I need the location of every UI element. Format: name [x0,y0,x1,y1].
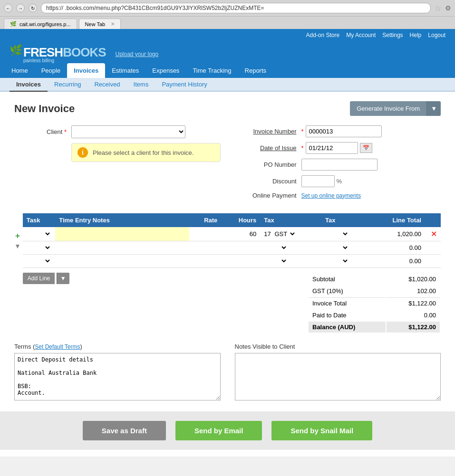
main-nav: Home People Invoices Estimates Expenses … [0,63,455,78]
generate-invoice-dropdown[interactable]: ▼ [426,101,441,116]
line-total-0: 1,020.00 [369,227,425,241]
upload-logo-link[interactable]: Upload your logo [115,51,158,57]
subnav-payment-history[interactable]: Payment History [155,78,213,91]
tab-close-1[interactable]: ✕ [111,21,115,27]
table-left-controls: + ▼ [14,213,23,333]
delete-row-0[interactable]: ✕ [431,229,437,238]
address-bar[interactable]: https:// .books.com/menu.php?CB431CBcm91… [41,3,431,13]
header: 🌿 FRESHBOOKS painless billing Upload you… [0,41,455,63]
nav-expenses[interactable]: Expenses [145,63,186,78]
tax2-select-2[interactable] [325,257,349,265]
content: New Invoice Generate Invoice From ▼ Clie… [0,92,455,450]
terms-textarea[interactable]: Direct Deposit details National Australi… [14,353,221,400]
discount-label: Discount [235,178,301,185]
add-row-button[interactable]: + [14,231,21,241]
nav-logout[interactable]: Logout [428,32,445,38]
forward-button[interactable]: → [16,4,25,12]
send-by-snail-mail-button[interactable]: Send by Snail Mail [271,421,372,440]
nav-time-tracking[interactable]: Time Tracking [186,63,238,78]
back-button[interactable]: ← [4,4,12,12]
invoice-total-label: Invoice Total [309,297,386,309]
col-hours: Hours [221,213,260,227]
table-outer: + ▼ Task Time Entry Notes Rate Hours Tax… [14,213,441,333]
refresh-button[interactable]: ↻ [29,4,37,12]
tax1-cell-0: 17 GST [260,227,321,241]
leaf-icon: 🌿 [10,45,22,56]
subnav-items[interactable]: Items [127,78,155,91]
tax2-cell-0 [321,227,369,241]
subnav-invoices[interactable]: Invoices [10,78,48,92]
tab-favicon-0: 🌿 [10,21,17,27]
form-left: Client * i Please select a client for th… [14,125,221,204]
bookmark-icon[interactable]: ☆ [435,4,441,13]
po-label: PO Number [235,161,301,168]
calendar-button[interactable]: 📅 [360,143,372,153]
balance-value: $1,122.00 [387,322,440,333]
task-cell-0 [23,227,55,241]
col-actions [425,213,441,227]
generate-invoice-button[interactable]: Generate Invoice From [350,101,426,116]
subnav-received[interactable]: Received [87,78,126,91]
tax2-select-0[interactable] [325,230,349,238]
action-bar: Save as Draft Send by Email Send by Snai… [0,411,455,450]
tax1-value-0: 17 [264,230,271,238]
date-input[interactable] [306,142,358,154]
notes-cell-2 [55,255,189,268]
tax1-select-0[interactable]: GST [272,230,296,238]
client-label: Client * [14,128,71,135]
invoice-number-required: * [301,128,304,135]
add-line-button[interactable]: Add Line [23,273,55,284]
tab-label-1: New Tab [85,21,106,27]
po-input[interactable] [301,159,378,171]
online-payment-label: Online Payment [235,192,301,199]
nav-estimates[interactable]: Estimates [105,63,145,78]
rate-cell-0 [189,227,222,241]
nav-people[interactable]: People [35,63,67,78]
task-cell-2 [23,255,55,268]
move-row-button[interactable]: ▼ [14,242,21,250]
generate-invoice-btn-wrap: Generate Invoice From ▼ [350,101,441,116]
col-notes: Time Entry Notes [55,213,189,227]
save-as-draft-button[interactable]: Save as Draft [83,421,166,440]
gst-value: 102.00 [387,286,440,296]
nav-my-account[interactable]: My Account [346,32,376,38]
tax2-select-1[interactable] [325,244,349,252]
notes-cell-0[interactable] [55,227,189,241]
discount-input[interactable] [301,175,335,187]
tab-0[interactable]: 🌿 cait.wri.org/figures.p... [4,19,77,29]
task-select-2[interactable] [27,257,51,265]
invoice-total-row: Invoice Total $1,122.00 [309,297,440,309]
set-default-terms-link[interactable]: Set Default Terms [35,343,80,350]
delete-cell-1 [425,241,441,255]
wrench-icon[interactable]: ⚙ [445,4,451,12]
tax1-select-1[interactable] [264,244,288,252]
discount-row: Discount % [235,175,441,187]
online-payment-row: Online Payment Set up online payments [235,192,441,199]
top-nav: Add-on Store My Account Settings Help Lo… [0,29,455,41]
nav-reports[interactable]: Reports [238,63,273,78]
notes-textarea[interactable] [235,353,441,400]
add-line-dropdown[interactable]: ▼ [57,273,69,284]
browser-bar: ← → ↻ https:// .books.com/menu.php?CB431… [0,0,455,17]
client-select[interactable] [71,125,185,138]
online-payment-link[interactable]: Set up online payments [301,192,361,199]
col-rate: Rate [189,213,222,227]
nav-home[interactable]: Home [5,63,35,78]
invoice-number-input[interactable] [306,125,382,137]
nav-settings[interactable]: Settings [382,32,403,38]
col-tax1: Tax [260,213,321,227]
task-select-0[interactable] [27,230,51,238]
nav-addon-store[interactable]: Add-on Store [306,32,340,38]
task-select-1[interactable] [27,244,51,252]
tax2-cell-1 [321,241,369,255]
nav-invoices[interactable]: Invoices [67,63,105,78]
add-line-wrap: Add Line ▼ [23,273,69,284]
send-by-email-button[interactable]: Send by Email [175,421,262,440]
tax1-select-2[interactable] [264,257,288,265]
nav-help[interactable]: Help [410,32,422,38]
notes-input-0[interactable] [59,230,185,238]
paid-row: Paid to Date 0.00 [309,310,440,321]
tab-1[interactable]: New Tab ✕ [79,19,121,29]
rate-cell-1 [189,241,222,255]
subnav-recurring[interactable]: Recurring [48,78,87,91]
